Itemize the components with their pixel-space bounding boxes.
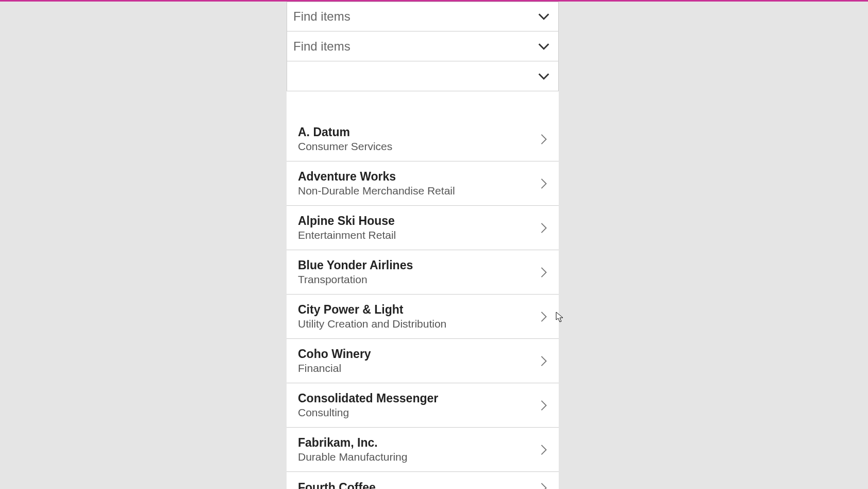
chevron-right-icon — [538, 132, 549, 147]
list-item-text: Fabrikam, Inc. Durable Manufacturing — [298, 436, 538, 463]
list-item-text: A. Datum Consumer Services — [298, 125, 538, 153]
list-item-subtitle: Financial — [298, 362, 538, 374]
list-item-text: Blue Yonder Airlines Transportation — [298, 258, 538, 286]
list-item-title: Coho Winery — [298, 347, 538, 361]
chevron-right-icon — [538, 442, 549, 458]
chevron-right-icon — [538, 480, 549, 489]
list-item[interactable]: Fourth Coffee — [287, 472, 559, 489]
list-item-subtitle: Consulting — [298, 406, 538, 419]
list-item-subtitle: Non-Durable Merchandise Retail — [298, 185, 538, 197]
spacer — [287, 91, 559, 117]
chevron-down-icon[interactable] — [537, 39, 551, 54]
find-items-input-3[interactable] — [293, 69, 537, 84]
list-item[interactable]: Coho Winery Financial — [287, 339, 559, 383]
list-item-text: Adventure Works Non-Durable Merchandise … — [298, 170, 538, 197]
chevron-right-icon — [538, 353, 549, 369]
filter-section — [287, 2, 559, 91]
list-item-text: City Power & Light Utility Creation and … — [298, 303, 538, 330]
list-item-subtitle: Transportation — [298, 273, 538, 286]
filter-row-1[interactable] — [287, 2, 559, 31]
list-item-text: Coho Winery Financial — [298, 347, 538, 374]
chevron-down-icon[interactable] — [537, 69, 551, 84]
list-item[interactable]: Consolidated Messenger Consulting — [287, 383, 559, 428]
list-item-title: Consolidated Messenger — [298, 392, 538, 405]
list-item-title: Fabrikam, Inc. — [298, 436, 538, 450]
chevron-down-icon[interactable] — [537, 9, 551, 24]
list-item-title: Adventure Works — [298, 170, 538, 184]
list-item-text: Consolidated Messenger Consulting — [298, 392, 538, 419]
list-item-title: City Power & Light — [298, 303, 538, 317]
list-item[interactable]: A. Datum Consumer Services — [287, 117, 559, 161]
items-list[interactable]: A. Datum Consumer Services Adventure Wor… — [287, 117, 559, 489]
chevron-right-icon — [538, 398, 549, 413]
list-item[interactable]: City Power & Light Utility Creation and … — [287, 295, 559, 339]
chevron-right-icon — [538, 265, 549, 280]
list-item[interactable]: Alpine Ski House Entertainment Retail — [287, 206, 559, 250]
list-item-text: Alpine Ski House Entertainment Retail — [298, 214, 538, 241]
list-item-title: Alpine Ski House — [298, 214, 538, 228]
chevron-right-icon — [538, 220, 549, 236]
list-item-subtitle: Durable Manufacturing — [298, 451, 538, 463]
list-item-subtitle: Utility Creation and Distribution — [298, 318, 538, 330]
list-item-title: Fourth Coffee — [298, 481, 538, 490]
list-item[interactable]: Fabrikam, Inc. Durable Manufacturing — [287, 428, 559, 472]
list-item-title: Blue Yonder Airlines — [298, 258, 538, 272]
list-item-subtitle: Consumer Services — [298, 140, 538, 153]
filter-row-3[interactable] — [287, 61, 559, 91]
list-item[interactable]: Blue Yonder Airlines Transportation — [287, 250, 559, 295]
list-item-text: Fourth Coffee — [298, 481, 538, 490]
chevron-right-icon — [538, 176, 549, 191]
find-items-input-2[interactable] — [293, 39, 537, 54]
filter-row-2[interactable] — [287, 31, 559, 61]
chevron-right-icon — [538, 309, 549, 324]
find-items-input-1[interactable] — [293, 9, 537, 24]
app-panel: A. Datum Consumer Services Adventure Wor… — [287, 2, 559, 489]
list-item-title: A. Datum — [298, 125, 538, 139]
list-item[interactable]: Adventure Works Non-Durable Merchandise … — [287, 161, 559, 206]
list-item-subtitle: Entertainment Retail — [298, 229, 538, 241]
